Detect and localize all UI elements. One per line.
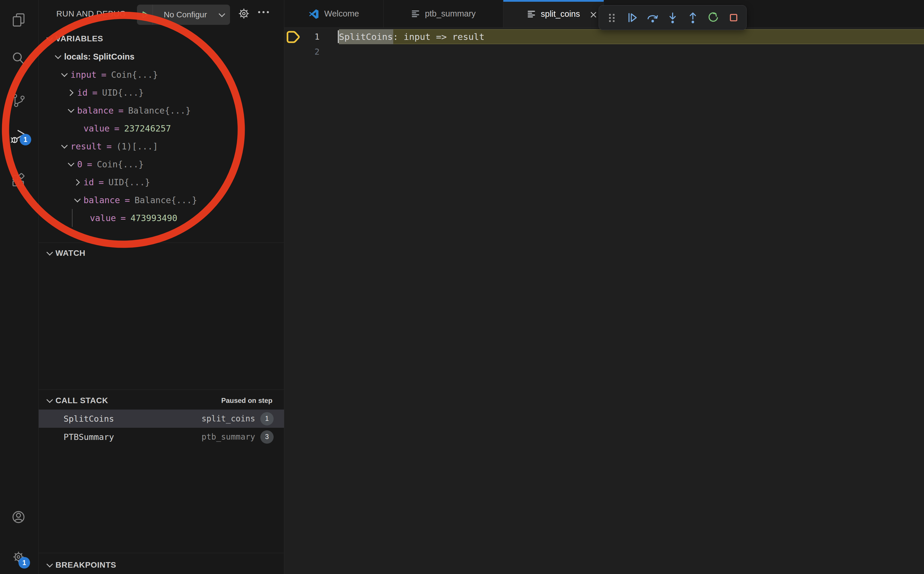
toolbar-drag-handle[interactable]	[603, 7, 621, 28]
chevron-down-icon[interactable]	[60, 71, 68, 78]
variable-row[interactable]: id = UID{...}	[39, 173, 284, 191]
activity-bar: 1 1	[0, 0, 39, 574]
frame-name: PTBSummary	[64, 432, 114, 442]
chevron-down-icon[interactable]	[46, 35, 53, 43]
chevron-down-icon[interactable]	[46, 397, 53, 404]
variable-row[interactable]: input = Coin{...}	[39, 66, 284, 84]
debug-toolbar	[599, 5, 746, 30]
variable-name: input	[71, 69, 96, 80]
tab-ptb-summary[interactable]: ptb_summary	[384, 0, 503, 27]
config-dropdown-label: No Configur	[153, 10, 218, 19]
continue-button[interactable]	[623, 7, 641, 28]
breakpoints-header[interactable]: BREAKPOINTS	[39, 556, 284, 574]
variable-value: UID{...}	[102, 88, 144, 98]
run-and-debug-sidebar: RUN AND DEBUG No Configur	[39, 0, 284, 574]
chevron-down-icon[interactable]	[46, 249, 53, 257]
start-debug-button[interactable]	[137, 10, 153, 19]
sidebar-item-run-and-debug[interactable]: 1	[10, 128, 27, 145]
watch-header[interactable]: WATCH	[39, 244, 284, 262]
files-icon	[11, 13, 26, 27]
selected-token: SplitCoins	[339, 32, 393, 42]
list-file-icon	[411, 9, 420, 18]
variable-row[interactable]: 0 = Coin{...}	[39, 155, 284, 173]
variable-value: 237246257	[124, 123, 171, 134]
restart-button[interactable]	[704, 7, 723, 28]
code-line-1[interactable]: SplitCoins: input => result	[339, 29, 485, 44]
chevron-down-icon[interactable]	[67, 161, 74, 168]
variable-row[interactable]: id = UID{...}	[39, 84, 284, 101]
debug-badge: 1	[20, 134, 31, 145]
settings-badge: 1	[19, 557, 30, 569]
variable-name: result	[71, 141, 102, 151]
variable-row[interactable]: value = 237246257	[39, 119, 284, 137]
debug-config-dropdown[interactable]: No Configur	[137, 5, 230, 25]
sidebar-item-search[interactable]	[10, 50, 27, 66]
step-into-button[interactable]	[663, 7, 682, 28]
frame-source: split_coins	[201, 414, 255, 423]
section-title: CALL STACK	[55, 396, 108, 405]
line-number[interactable]: 1	[296, 29, 320, 44]
variable-name: id	[83, 177, 94, 187]
variable-name: balance	[83, 195, 120, 205]
step-out-button[interactable]	[684, 7, 702, 28]
variable-name: value	[83, 123, 110, 134]
restart-icon	[707, 11, 720, 24]
more-actions-button[interactable]	[257, 10, 270, 16]
equals-sign: =	[106, 141, 112, 151]
chevron-down-icon[interactable]	[67, 107, 74, 114]
sidebar-title: RUN AND DEBUG	[56, 0, 126, 27]
chevron-right-icon[interactable]	[73, 178, 81, 186]
tab-label: split_coins	[541, 9, 580, 19]
sidebar-item-extensions[interactable]	[10, 173, 27, 189]
tab-welcome[interactable]: Welcome	[284, 0, 384, 27]
sidebar-item-source-control[interactable]	[10, 92, 27, 108]
search-icon	[11, 51, 26, 66]
scope-label: locals: SplitCoins	[64, 52, 134, 62]
sidebar-item-explorer[interactable]	[10, 12, 27, 28]
equals-sign: =	[101, 69, 106, 80]
variables-header[interactable]: VARIABLES	[39, 30, 284, 48]
vscode-logo-icon	[309, 9, 319, 19]
variable-value: Coin{...}	[111, 69, 158, 80]
step-over-button[interactable]	[643, 7, 662, 28]
step-into-icon	[666, 11, 679, 24]
variable-row[interactable]: balance = Balance{...}	[39, 101, 284, 119]
more-actions-icon	[257, 10, 270, 14]
variable-row[interactable]: result = (1)[...]	[39, 137, 284, 155]
section-title: VARIABLES	[55, 34, 103, 43]
gear-icon	[237, 6, 251, 21]
chevron-right-icon[interactable]	[67, 89, 74, 96]
variable-row[interactable]: balance = Balance{...}	[39, 191, 284, 209]
variable-name: id	[77, 88, 88, 98]
close-icon	[589, 11, 598, 19]
stack-frame[interactable]: SplitCoins split_coins 1	[39, 410, 284, 428]
variable-value: UID{...}	[109, 177, 150, 187]
variable-value: Balance{...}	[128, 106, 191, 116]
editor-surface[interactable]: 1 2 SplitCoins: input => result	[284, 28, 924, 574]
variable-row[interactable]: value = 473993490	[39, 209, 284, 227]
tab-label: ptb_summary	[425, 9, 476, 19]
chevron-down-icon[interactable]	[46, 561, 53, 569]
chevron-down-icon[interactable]	[60, 142, 68, 150]
close-tab-button[interactable]	[589, 10, 598, 20]
variables-section: VARIABLES locals: SplitCoins input = Coi…	[39, 30, 284, 227]
vscode-window: 1 1 RUN AND	[0, 0, 924, 574]
variable-scope-row[interactable]: locals: SplitCoins	[39, 48, 284, 66]
variable-value: Coin{...}	[97, 159, 144, 169]
section-divider	[39, 390, 284, 390]
chevron-down-icon[interactable]	[73, 196, 81, 204]
settings-button[interactable]: 1	[10, 549, 27, 565]
equals-sign: =	[87, 159, 92, 169]
stack-frame[interactable]: PTBSummary ptb_summary 3	[39, 428, 284, 446]
call-stack-header[interactable]: CALL STACK Paused on step	[39, 392, 284, 410]
line-number[interactable]: 2	[296, 44, 320, 59]
frame-source: ptb_summary	[201, 432, 255, 442]
continue-icon	[625, 11, 639, 24]
play-icon	[140, 10, 150, 19]
account-button[interactable]	[10, 509, 27, 525]
debug-settings-button[interactable]	[237, 6, 251, 22]
section-title: BREAKPOINTS	[55, 560, 116, 570]
chevron-down-icon[interactable]	[54, 53, 61, 60]
stop-button[interactable]	[724, 7, 743, 28]
tab-split-coins[interactable]: split_coins	[503, 0, 604, 27]
